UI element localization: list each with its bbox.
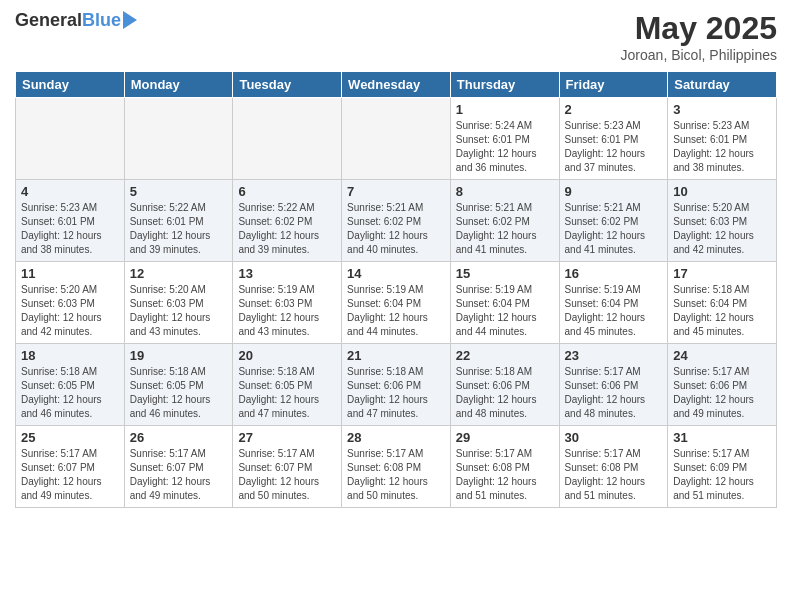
logo-arrow-icon xyxy=(123,11,137,29)
day-info: Sunrise: 5:21 AM Sunset: 6:02 PM Dayligh… xyxy=(347,201,445,257)
day-info: Sunrise: 5:17 AM Sunset: 6:06 PM Dayligh… xyxy=(565,365,663,421)
day-info: Sunrise: 5:17 AM Sunset: 6:07 PM Dayligh… xyxy=(238,447,336,503)
table-row xyxy=(233,98,342,180)
header-tuesday: Tuesday xyxy=(233,72,342,98)
table-row: 10Sunrise: 5:20 AM Sunset: 6:03 PM Dayli… xyxy=(668,180,777,262)
table-row: 19Sunrise: 5:18 AM Sunset: 6:05 PM Dayli… xyxy=(124,344,233,426)
page-header: General Blue May 2025 Joroan, Bicol, Phi… xyxy=(15,10,777,63)
day-info: Sunrise: 5:17 AM Sunset: 6:06 PM Dayligh… xyxy=(673,365,771,421)
table-row: 1Sunrise: 5:24 AM Sunset: 6:01 PM Daylig… xyxy=(450,98,559,180)
day-info: Sunrise: 5:18 AM Sunset: 6:04 PM Dayligh… xyxy=(673,283,771,339)
day-number: 1 xyxy=(456,102,554,117)
day-info: Sunrise: 5:18 AM Sunset: 6:05 PM Dayligh… xyxy=(238,365,336,421)
table-row: 17Sunrise: 5:18 AM Sunset: 6:04 PM Dayli… xyxy=(668,262,777,344)
table-row: 23Sunrise: 5:17 AM Sunset: 6:06 PM Dayli… xyxy=(559,344,668,426)
table-row: 20Sunrise: 5:18 AM Sunset: 6:05 PM Dayli… xyxy=(233,344,342,426)
day-info: Sunrise: 5:22 AM Sunset: 6:01 PM Dayligh… xyxy=(130,201,228,257)
day-info: Sunrise: 5:17 AM Sunset: 6:07 PM Dayligh… xyxy=(21,447,119,503)
month-title: May 2025 xyxy=(621,10,777,47)
calendar-week-row: 18Sunrise: 5:18 AM Sunset: 6:05 PM Dayli… xyxy=(16,344,777,426)
logo-blue-text: Blue xyxy=(82,10,121,31)
table-row: 8Sunrise: 5:21 AM Sunset: 6:02 PM Daylig… xyxy=(450,180,559,262)
day-info: Sunrise: 5:19 AM Sunset: 6:03 PM Dayligh… xyxy=(238,283,336,339)
table-row: 4Sunrise: 5:23 AM Sunset: 6:01 PM Daylig… xyxy=(16,180,125,262)
day-number: 13 xyxy=(238,266,336,281)
table-row: 25Sunrise: 5:17 AM Sunset: 6:07 PM Dayli… xyxy=(16,426,125,508)
day-number: 26 xyxy=(130,430,228,445)
day-number: 27 xyxy=(238,430,336,445)
header-wednesday: Wednesday xyxy=(342,72,451,98)
day-number: 4 xyxy=(21,184,119,199)
day-number: 23 xyxy=(565,348,663,363)
day-number: 19 xyxy=(130,348,228,363)
calendar-week-row: 25Sunrise: 5:17 AM Sunset: 6:07 PM Dayli… xyxy=(16,426,777,508)
day-number: 11 xyxy=(21,266,119,281)
day-number: 29 xyxy=(456,430,554,445)
table-row: 18Sunrise: 5:18 AM Sunset: 6:05 PM Dayli… xyxy=(16,344,125,426)
day-number: 17 xyxy=(673,266,771,281)
day-number: 9 xyxy=(565,184,663,199)
header-thursday: Thursday xyxy=(450,72,559,98)
table-row: 5Sunrise: 5:22 AM Sunset: 6:01 PM Daylig… xyxy=(124,180,233,262)
calendar-header-row: Sunday Monday Tuesday Wednesday Thursday… xyxy=(16,72,777,98)
day-info: Sunrise: 5:18 AM Sunset: 6:06 PM Dayligh… xyxy=(456,365,554,421)
day-number: 24 xyxy=(673,348,771,363)
day-info: Sunrise: 5:17 AM Sunset: 6:08 PM Dayligh… xyxy=(565,447,663,503)
day-info: Sunrise: 5:21 AM Sunset: 6:02 PM Dayligh… xyxy=(565,201,663,257)
table-row: 14Sunrise: 5:19 AM Sunset: 6:04 PM Dayli… xyxy=(342,262,451,344)
day-number: 22 xyxy=(456,348,554,363)
day-info: Sunrise: 5:23 AM Sunset: 6:01 PM Dayligh… xyxy=(21,201,119,257)
logo: General Blue xyxy=(15,10,137,31)
title-block: May 2025 Joroan, Bicol, Philippines xyxy=(621,10,777,63)
table-row: 13Sunrise: 5:19 AM Sunset: 6:03 PM Dayli… xyxy=(233,262,342,344)
day-number: 2 xyxy=(565,102,663,117)
day-number: 14 xyxy=(347,266,445,281)
day-info: Sunrise: 5:23 AM Sunset: 6:01 PM Dayligh… xyxy=(565,119,663,175)
day-info: Sunrise: 5:19 AM Sunset: 6:04 PM Dayligh… xyxy=(347,283,445,339)
day-number: 6 xyxy=(238,184,336,199)
day-info: Sunrise: 5:24 AM Sunset: 6:01 PM Dayligh… xyxy=(456,119,554,175)
table-row: 6Sunrise: 5:22 AM Sunset: 6:02 PM Daylig… xyxy=(233,180,342,262)
day-info: Sunrise: 5:18 AM Sunset: 6:05 PM Dayligh… xyxy=(21,365,119,421)
table-row: 15Sunrise: 5:19 AM Sunset: 6:04 PM Dayli… xyxy=(450,262,559,344)
table-row: 11Sunrise: 5:20 AM Sunset: 6:03 PM Dayli… xyxy=(16,262,125,344)
day-number: 25 xyxy=(21,430,119,445)
day-number: 15 xyxy=(456,266,554,281)
table-row xyxy=(124,98,233,180)
table-row: 22Sunrise: 5:18 AM Sunset: 6:06 PM Dayli… xyxy=(450,344,559,426)
day-info: Sunrise: 5:20 AM Sunset: 6:03 PM Dayligh… xyxy=(130,283,228,339)
table-row: 26Sunrise: 5:17 AM Sunset: 6:07 PM Dayli… xyxy=(124,426,233,508)
day-number: 7 xyxy=(347,184,445,199)
day-info: Sunrise: 5:17 AM Sunset: 6:08 PM Dayligh… xyxy=(456,447,554,503)
table-row: 21Sunrise: 5:18 AM Sunset: 6:06 PM Dayli… xyxy=(342,344,451,426)
table-row: 16Sunrise: 5:19 AM Sunset: 6:04 PM Dayli… xyxy=(559,262,668,344)
calendar-week-row: 11Sunrise: 5:20 AM Sunset: 6:03 PM Dayli… xyxy=(16,262,777,344)
calendar-week-row: 1Sunrise: 5:24 AM Sunset: 6:01 PM Daylig… xyxy=(16,98,777,180)
day-info: Sunrise: 5:18 AM Sunset: 6:06 PM Dayligh… xyxy=(347,365,445,421)
day-number: 31 xyxy=(673,430,771,445)
day-number: 10 xyxy=(673,184,771,199)
day-info: Sunrise: 5:22 AM Sunset: 6:02 PM Dayligh… xyxy=(238,201,336,257)
table-row: 12Sunrise: 5:20 AM Sunset: 6:03 PM Dayli… xyxy=(124,262,233,344)
day-info: Sunrise: 5:17 AM Sunset: 6:09 PM Dayligh… xyxy=(673,447,771,503)
day-number: 8 xyxy=(456,184,554,199)
header-monday: Monday xyxy=(124,72,233,98)
table-row: 9Sunrise: 5:21 AM Sunset: 6:02 PM Daylig… xyxy=(559,180,668,262)
calendar-week-row: 4Sunrise: 5:23 AM Sunset: 6:01 PM Daylig… xyxy=(16,180,777,262)
day-number: 21 xyxy=(347,348,445,363)
table-row xyxy=(16,98,125,180)
day-info: Sunrise: 5:21 AM Sunset: 6:02 PM Dayligh… xyxy=(456,201,554,257)
header-saturday: Saturday xyxy=(668,72,777,98)
calendar-table: Sunday Monday Tuesday Wednesday Thursday… xyxy=(15,71,777,508)
day-info: Sunrise: 5:18 AM Sunset: 6:05 PM Dayligh… xyxy=(130,365,228,421)
day-number: 12 xyxy=(130,266,228,281)
day-info: Sunrise: 5:17 AM Sunset: 6:07 PM Dayligh… xyxy=(130,447,228,503)
table-row: 31Sunrise: 5:17 AM Sunset: 6:09 PM Dayli… xyxy=(668,426,777,508)
day-number: 16 xyxy=(565,266,663,281)
day-info: Sunrise: 5:20 AM Sunset: 6:03 PM Dayligh… xyxy=(673,201,771,257)
table-row xyxy=(342,98,451,180)
day-info: Sunrise: 5:19 AM Sunset: 6:04 PM Dayligh… xyxy=(565,283,663,339)
day-number: 3 xyxy=(673,102,771,117)
day-number: 18 xyxy=(21,348,119,363)
table-row: 30Sunrise: 5:17 AM Sunset: 6:08 PM Dayli… xyxy=(559,426,668,508)
